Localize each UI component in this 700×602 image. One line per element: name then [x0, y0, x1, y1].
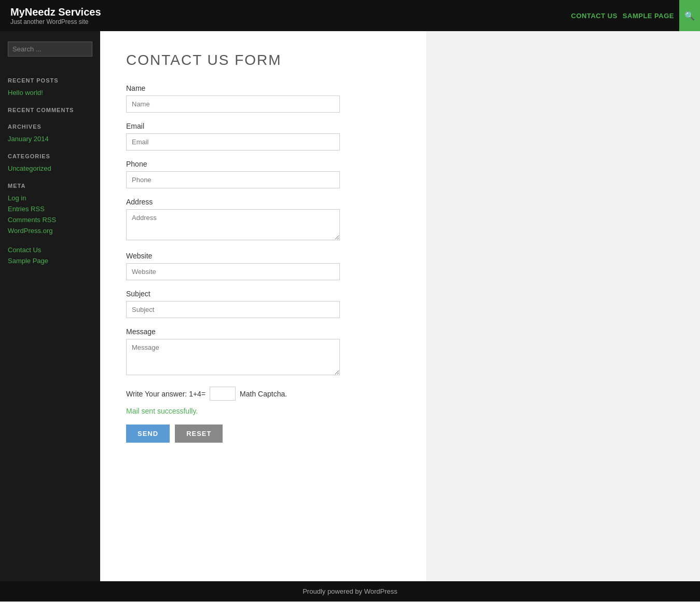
- header-branding: MyNeedz Services Just another WordPress …: [10, 6, 101, 25]
- input-message[interactable]: [126, 339, 340, 375]
- field-message-group: Message: [126, 327, 400, 377]
- sidebar-post-hello-world[interactable]: Hello world!: [8, 89, 92, 97]
- sidebar-recent-comments-title: RECENT COMMENTS: [8, 107, 92, 113]
- field-email-group: Email: [126, 122, 400, 150]
- page-title: CONTACT US FORM: [126, 52, 400, 69]
- reset-button[interactable]: RESET: [175, 425, 223, 443]
- label-email: Email: [126, 122, 400, 130]
- field-website-group: Website: [126, 252, 400, 280]
- sidebar: RECENT POSTS Hello world! RECENT COMMENT…: [0, 31, 100, 581]
- send-button[interactable]: SEND: [126, 425, 170, 443]
- site-title: MyNeedz Services: [10, 6, 101, 18]
- input-name[interactable]: [126, 95, 340, 113]
- captcha-label: Write Your answer: 1+4=: [126, 390, 205, 398]
- sidebar-page-sample[interactable]: Sample Page: [8, 257, 92, 265]
- input-subject[interactable]: [126, 301, 340, 318]
- input-website[interactable]: [126, 263, 340, 280]
- field-name-group: Name: [126, 84, 400, 113]
- search-icon: 🔍: [684, 11, 695, 21]
- sidebar-meta-title: META: [8, 183, 92, 189]
- page-wrapper: RECENT POSTS Hello world! RECENT COMMENT…: [0, 31, 700, 581]
- field-address-group: Address: [126, 198, 400, 242]
- sidebar-meta-wordpress-org[interactable]: WordPress.org: [8, 227, 92, 235]
- sidebar-archives-title: ARCHIVES: [8, 124, 92, 130]
- captcha-suffix: Math Captcha.: [240, 390, 287, 398]
- field-phone-group: Phone: [126, 160, 400, 188]
- label-address: Address: [126, 198, 400, 206]
- form-buttons: SEND RESET: [126, 425, 400, 443]
- site-tagline: Just another WordPress site: [10, 18, 101, 25]
- sidebar-category-uncategorized[interactable]: Uncategorized: [8, 165, 92, 172]
- field-subject-group: Subject: [126, 290, 400, 318]
- input-email[interactable]: [126, 133, 340, 150]
- sidebar-archive-jan2014[interactable]: January 2014: [8, 135, 92, 143]
- captcha-input[interactable]: [210, 387, 236, 401]
- nav-sample-page[interactable]: SAMPLE PAGE: [623, 12, 674, 20]
- site-header: MyNeedz Services Just another WordPress …: [0, 0, 700, 31]
- label-message: Message: [126, 327, 400, 336]
- sidebar-categories-title: CATEGORIES: [8, 153, 92, 159]
- nav-contact-us[interactable]: CONTACT US: [571, 12, 617, 20]
- site-footer: Proudly powered by WordPress: [0, 581, 700, 601]
- sidebar-meta-login[interactable]: Log in: [8, 194, 92, 202]
- label-website: Website: [126, 252, 400, 260]
- label-name: Name: [126, 84, 400, 92]
- sidebar-meta-entries-rss[interactable]: Entries RSS: [8, 205, 92, 213]
- sidebar-meta-comments-rss[interactable]: Comments RSS: [8, 216, 92, 224]
- label-phone: Phone: [126, 160, 400, 168]
- captcha-row: Write Your answer: 1+4= Math Captcha.: [126, 387, 400, 401]
- main-content: CONTACT US FORM Name Email Phone Address…: [100, 31, 426, 581]
- search-input[interactable]: [8, 42, 92, 57]
- input-address[interactable]: [126, 209, 340, 240]
- label-subject: Subject: [126, 290, 400, 298]
- success-message: Mail sent successfully.: [126, 407, 400, 415]
- right-gutter: [426, 31, 700, 581]
- sidebar-recent-posts-title: RECENT POSTS: [8, 77, 92, 84]
- input-phone[interactable]: [126, 171, 340, 188]
- footer-text: Proudly powered by WordPress: [303, 587, 397, 595]
- header-search-button[interactable]: 🔍: [679, 0, 700, 31]
- header-nav: CONTACT US SAMPLE PAGE 🔍: [571, 0, 690, 31]
- sidebar-page-contact-us[interactable]: Contact Us: [8, 246, 92, 254]
